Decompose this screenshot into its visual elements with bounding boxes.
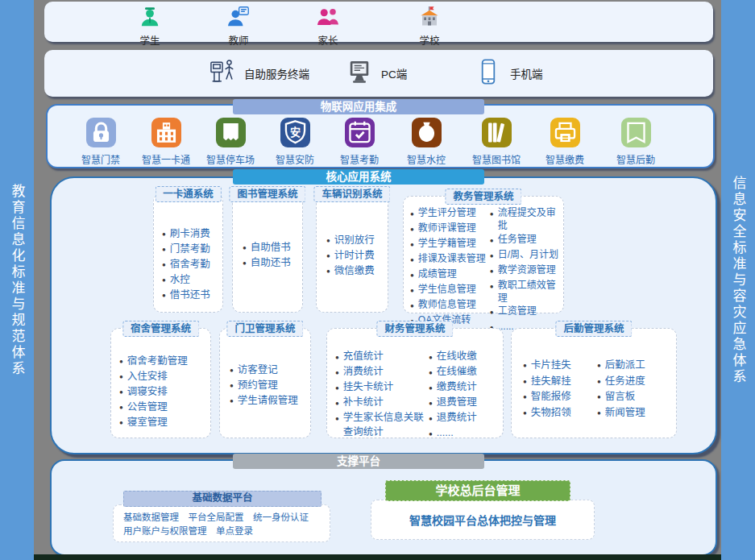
feature-item: ●门禁考勤 bbox=[162, 242, 220, 257]
bullet-icon: ● bbox=[119, 354, 123, 369]
system-box: 后勤管理系统●卡片挂失●挂失解挂●智能报修●失物招领●后勤派工●任务进度●留言板… bbox=[511, 328, 677, 438]
iot-app-label: 智慧缴费 bbox=[526, 152, 604, 166]
system-box-title: 教务管理系统 bbox=[445, 189, 521, 205]
feature-item: ●计时计费 bbox=[326, 248, 375, 263]
feature-item: ●在线收缴 bbox=[429, 350, 477, 365]
school-admin-desc: 智慧校园平台总体把控与管理 bbox=[409, 512, 556, 528]
ticket-icon bbox=[216, 118, 246, 147]
user-group-label: 教师 bbox=[202, 32, 275, 48]
bullet-icon: ● bbox=[119, 415, 123, 430]
bullet-icon: ● bbox=[429, 365, 433, 380]
system-box-title: 一卡通系统 bbox=[155, 186, 222, 202]
left-standards-bar: 教育信息化标准与规范体系 bbox=[0, 0, 34, 560]
bullet-icon: ● bbox=[335, 411, 339, 426]
system-box: 门卫管理系统●访客登记●预约管理●学生请假管理 bbox=[219, 328, 311, 438]
user-group-label: 家长 bbox=[292, 32, 364, 48]
bullet-icon: ● bbox=[429, 350, 433, 365]
system-box: 宿舍管理系统●宿舍考勤管理●入住安排●调寝安排●公告管理●寝室管理 bbox=[110, 328, 211, 438]
bullet-icon: ● bbox=[429, 380, 433, 396]
bullet-icon: ● bbox=[335, 380, 339, 396]
feature-item: ●公告管理 bbox=[119, 400, 208, 415]
feature-item: ●入住安排 bbox=[119, 369, 208, 384]
user-group-label: 学生 bbox=[114, 32, 186, 48]
feature-item: ●学生信息管理 bbox=[410, 283, 490, 298]
feature-item: ●工资管理 bbox=[490, 305, 562, 320]
feature-item: ●访客登记 bbox=[230, 363, 298, 378]
feature-item: ●预约管理 bbox=[230, 378, 298, 393]
bullet-icon: ● bbox=[243, 255, 247, 271]
base-platform-line2: 用户账户与权限管理 单点登录 bbox=[123, 525, 330, 538]
svg-text:安: 安 bbox=[289, 126, 300, 139]
user-group: 学校 bbox=[393, 5, 466, 48]
pc-icon bbox=[345, 57, 374, 89]
feature-item: ●教师评课管理 bbox=[410, 222, 490, 237]
feature-item: ●调寝安排 bbox=[119, 384, 208, 400]
payment-terminal-icon bbox=[550, 118, 580, 147]
teacher-icon bbox=[226, 18, 251, 31]
base-platform-line1: 基础数据管理 平台全局配置 统一身份认证 bbox=[123, 511, 330, 525]
feature-item: ●日/周、月计划 bbox=[490, 248, 562, 263]
bullet-icon: ● bbox=[429, 396, 433, 411]
iot-app: 智慧缴费 bbox=[526, 118, 604, 166]
user-group: 学生 bbox=[114, 5, 186, 48]
feature-item: ●留言板 bbox=[597, 389, 645, 405]
terminal-item: 自助服务终端 bbox=[208, 56, 309, 90]
feature-item: ●任务进度 bbox=[597, 374, 645, 390]
feature-item: ●成绩管理 bbox=[410, 268, 490, 283]
iot-app: 智慧图书馆 bbox=[458, 118, 535, 166]
system-box: 财务管理系统●充值统计●消费统计●挂失卡统计●补卡统计●学生家长信息关联查询统计… bbox=[326, 328, 504, 438]
feature-item: ●教学资源管理 bbox=[490, 263, 562, 279]
bullet-icon: ● bbox=[597, 389, 601, 404]
feature-item: ●寝室管理 bbox=[119, 415, 208, 430]
bullet-icon: ● bbox=[490, 248, 494, 263]
parents-icon bbox=[316, 18, 340, 31]
bullet-icon: ● bbox=[597, 358, 601, 373]
feature-item: ●宿舍考勤 bbox=[162, 257, 220, 272]
feature-item: ●退费统计 bbox=[429, 411, 477, 426]
bottom-edge bbox=[34, 554, 721, 560]
bullet-icon: ● bbox=[162, 288, 166, 303]
base-data-platform-banner: 基础数据平台 bbox=[123, 491, 321, 507]
bullet-icon: ● bbox=[523, 374, 527, 389]
bullet-icon: ● bbox=[429, 426, 433, 442]
lock-icon bbox=[86, 118, 116, 147]
bullet-icon: ● bbox=[597, 374, 601, 389]
feature-item: ●消费统计 bbox=[335, 365, 429, 380]
books-icon bbox=[482, 118, 512, 147]
system-box-title: 后勤管理系统 bbox=[555, 321, 632, 337]
bullet-icon: ● bbox=[335, 350, 339, 365]
feature-item: ●排课及课表管理 bbox=[410, 252, 490, 268]
bullet-icon: ● bbox=[410, 206, 414, 222]
bullet-icon: ● bbox=[490, 206, 494, 222]
bullet-icon: ● bbox=[490, 305, 494, 320]
terminal-label: 自助服务终端 bbox=[244, 65, 309, 81]
right-security-bar: 信息安全标准与容灾应急体系 bbox=[721, 0, 755, 560]
bullet-icon: ● bbox=[523, 405, 527, 421]
feature-item: ●挂失卡统计 bbox=[335, 380, 429, 396]
bullet-icon: ● bbox=[410, 283, 414, 298]
bullet-icon: ● bbox=[326, 248, 330, 263]
bullet-icon: ● bbox=[162, 272, 166, 288]
iot-app-label: 智慧考勤 bbox=[321, 152, 398, 166]
feature-item: ●学生请假管理 bbox=[230, 393, 298, 409]
smart-campus-architecture-diagram: 教育信息化标准与规范体系 信息安全标准与容灾应急体系 物联网应用集成 核心应用系… bbox=[0, 0, 755, 560]
iot-app-label: 智慧图书馆 bbox=[458, 152, 535, 166]
bullet-icon: ● bbox=[326, 263, 330, 279]
feature-item: ●在线催缴 bbox=[429, 365, 477, 380]
bullet-icon: ● bbox=[410, 298, 414, 313]
building-icon bbox=[151, 118, 181, 147]
bullet-icon: ● bbox=[410, 222, 414, 237]
feature-item: ●失物招领 bbox=[523, 405, 597, 421]
user-group: 家长 bbox=[292, 5, 364, 48]
bullet-icon: ● bbox=[490, 263, 494, 279]
student-icon bbox=[138, 18, 162, 31]
base-data-platform-box: 基础数据管理 平台全局配置 统一身份认证 用户账户与权限管理 单点登录 bbox=[113, 504, 330, 542]
feature-item: ●充值统计 bbox=[335, 350, 429, 365]
user-group-label: 学校 bbox=[393, 32, 466, 48]
system-box-title: 门卫管理系统 bbox=[226, 321, 303, 337]
core-systems-banner: 核心应用系统 bbox=[233, 169, 484, 185]
bullet-icon: ● bbox=[410, 237, 414, 252]
bullet-icon: ● bbox=[326, 233, 330, 248]
system-box: 一卡通系统●刷卡消费●门禁考勤●宿舍考勤●水控●借书还书 bbox=[153, 193, 223, 313]
bullet-icon: ● bbox=[335, 396, 339, 411]
